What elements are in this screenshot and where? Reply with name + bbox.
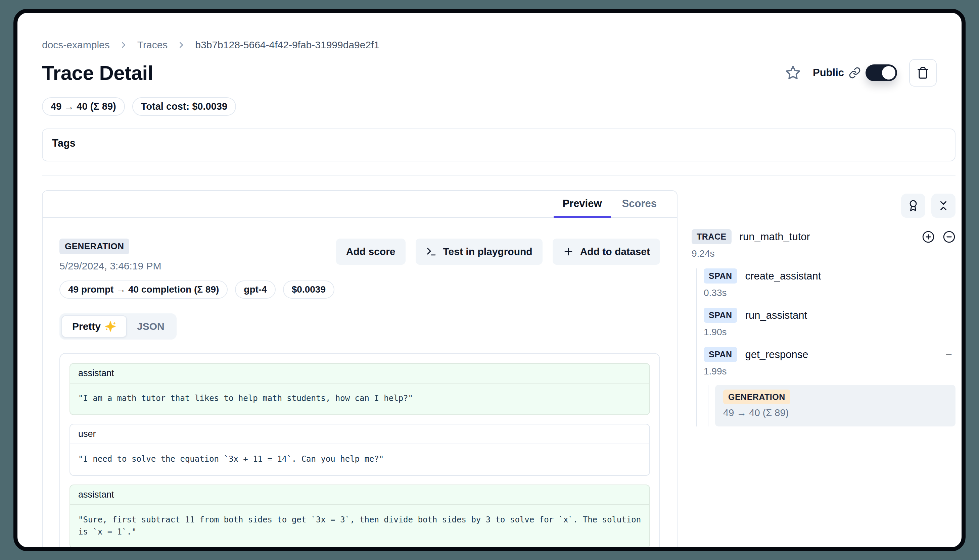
- app-window: docs-examples Traces b3b7b128-5664-4f42-…: [13, 9, 966, 551]
- total-cost-badge: Total cost: $0.0039: [132, 97, 236, 116]
- generation-badge: GENERATION: [723, 390, 790, 404]
- trace-children: SPAN create_assistant 0.33s SPAN run_ass…: [696, 268, 956, 427]
- breadcrumb-trace-id: b3b7b128-5664-4f42-9fab-31999da9e2f1: [195, 39, 379, 51]
- span-node-create-assistant[interactable]: SPAN create_assistant 0.33s: [704, 268, 956, 298]
- pretty-label: Pretty: [72, 321, 101, 332]
- test-in-playground-label: Test in playground: [443, 246, 533, 257]
- trace-tree-panel: TRACE run_math_tutor: [692, 190, 956, 436]
- span-badge: SPAN: [704, 347, 737, 362]
- message-role: user: [70, 425, 649, 444]
- collapse-all-button[interactable]: [931, 193, 956, 218]
- trace-badge: TRACE: [692, 229, 732, 244]
- message-role: assistant: [70, 364, 649, 383]
- tab-scores[interactable]: Scores: [613, 191, 665, 217]
- annotate-button[interactable]: [901, 193, 925, 218]
- cost-badge: $0.0039: [283, 280, 334, 298]
- trace-node[interactable]: TRACE run_math_tutor: [692, 229, 956, 259]
- span-name: get_response: [745, 348, 809, 361]
- trace-duration: 9.24s: [692, 248, 956, 259]
- pretty-view-button[interactable]: Pretty: [62, 315, 127, 338]
- span-badge: SPAN: [704, 268, 737, 283]
- observation-body: GENERATION 5/29/2024, 3:46:19 PM 49 prom…: [43, 218, 677, 551]
- collapse-all-nodes-button[interactable]: [943, 230, 956, 243]
- add-score-button[interactable]: Add score: [336, 238, 406, 265]
- observation-meta: GENERATION 5/29/2024, 3:46:19 PM 49 prom…: [59, 238, 334, 298]
- minus-circle-icon: [943, 230, 956, 243]
- chevrons-down-up-icon: [937, 200, 949, 212]
- sparkles-icon: [105, 321, 116, 332]
- message-role: assistant: [70, 485, 649, 505]
- model-badge[interactable]: gpt-4: [235, 280, 275, 298]
- toggle-knob: [882, 66, 895, 80]
- trace-tree: TRACE run_math_tutor: [692, 229, 956, 436]
- expand-all-nodes-button[interactable]: [922, 230, 935, 243]
- public-toggle[interactable]: [865, 64, 897, 81]
- preview-tabs: Preview Scores: [43, 191, 677, 218]
- generation-node-selected[interactable]: GENERATION 49 → 40 (Σ 89): [715, 385, 956, 427]
- message-content: "Sure, first subtract 11 from both sides…: [70, 505, 649, 548]
- terminal-icon: [426, 246, 437, 257]
- message-assistant: assistant "Sure, first subtract 11 from …: [70, 485, 650, 548]
- trace-name: run_math_tutor: [740, 231, 810, 243]
- span-duration: 1.90s: [704, 327, 956, 338]
- star-icon: [785, 65, 801, 80]
- trace-summary-badges: 49 → 40 (Σ 89) Total cost: $0.0039: [42, 97, 956, 116]
- observation-badges: 49 prompt → 40 completion (Σ 89) gpt-4 $…: [59, 280, 334, 298]
- span-name: create_assistant: [745, 270, 821, 282]
- span-name: run_assistant: [745, 309, 807, 322]
- plus-icon: [563, 246, 574, 257]
- add-to-dataset-button[interactable]: Add to dataset: [553, 238, 660, 265]
- tags-label: Tags: [52, 137, 946, 149]
- content-columns: Preview Scores GENERATION 5/29/2024, 3:4…: [42, 190, 956, 551]
- link-icon[interactable]: [849, 67, 861, 79]
- span-node-get-response[interactable]: SPAN get_response − 1.99s GENERATION 49 …: [704, 347, 956, 427]
- span-node-run-assistant[interactable]: SPAN run_assistant 1.90s: [704, 308, 956, 338]
- chevron-right-icon: [119, 40, 129, 50]
- plus-circle-icon: [922, 230, 935, 243]
- add-score-label: Add score: [346, 246, 396, 257]
- tab-preview[interactable]: Preview: [554, 191, 610, 217]
- span-duration: 0.33s: [704, 288, 956, 298]
- observation-preview-card: Preview Scores GENERATION 5/29/2024, 3:4…: [42, 190, 678, 551]
- prompt-completion-badge: 49 prompt → 40 completion (Σ 89): [59, 280, 228, 298]
- observation-meta-row: GENERATION 5/29/2024, 3:46:19 PM 49 prom…: [59, 238, 660, 298]
- message-assistant: assistant "I am a math tutor that likes …: [70, 363, 650, 415]
- award-icon: [907, 200, 919, 212]
- delete-trace-button[interactable]: [909, 59, 937, 87]
- chevron-right-icon: [176, 40, 186, 50]
- header-actions: Public: [785, 59, 956, 87]
- page-title: Trace Detail: [42, 62, 153, 85]
- observation-timestamp: 5/29/2024, 3:46:19 PM: [59, 260, 334, 272]
- json-view-button[interactable]: JSON: [127, 316, 175, 337]
- add-to-dataset-label: Add to dataset: [580, 246, 650, 257]
- trash-icon: [917, 67, 929, 79]
- generation-usage: 49 → 40 (Σ 89): [723, 407, 947, 418]
- breadcrumb-traces[interactable]: Traces: [137, 39, 168, 51]
- public-share-control: Public: [813, 64, 897, 81]
- collapse-node-button[interactable]: −: [942, 349, 956, 360]
- message-user: user "I need to solve the equation `3x +…: [70, 424, 650, 476]
- view-mode-toggle: Pretty JSON: [59, 313, 177, 340]
- favorite-button[interactable]: [785, 65, 801, 80]
- generation-type-badge: GENERATION: [59, 238, 129, 254]
- public-label: Public: [813, 67, 844, 79]
- tree-panel-actions: [692, 193, 956, 218]
- messages-container: assistant "I am a math tutor that likes …: [59, 353, 660, 551]
- generation-nest: GENERATION 49 → 40 (Σ 89): [708, 385, 956, 427]
- breadcrumb: docs-examples Traces b3b7b128-5664-4f42-…: [42, 38, 956, 52]
- token-usage-badge: 49 → 40 (Σ 89): [42, 97, 125, 116]
- page-header: Trace Detail Public: [42, 59, 956, 87]
- span-duration: 1.99s: [704, 366, 956, 377]
- observation-actions: Add score Test in playground: [336, 238, 660, 265]
- breadcrumb-project[interactable]: docs-examples: [42, 39, 110, 51]
- span-badge: SPAN: [704, 308, 737, 323]
- test-in-playground-button[interactable]: Test in playground: [416, 238, 543, 265]
- message-content: "I need to solve the equation `3x + 11 =…: [70, 444, 649, 475]
- message-content: "I am a math tutor that likes to help ma…: [70, 383, 649, 414]
- section-divider: [42, 175, 956, 175]
- tags-card[interactable]: Tags: [42, 128, 956, 162]
